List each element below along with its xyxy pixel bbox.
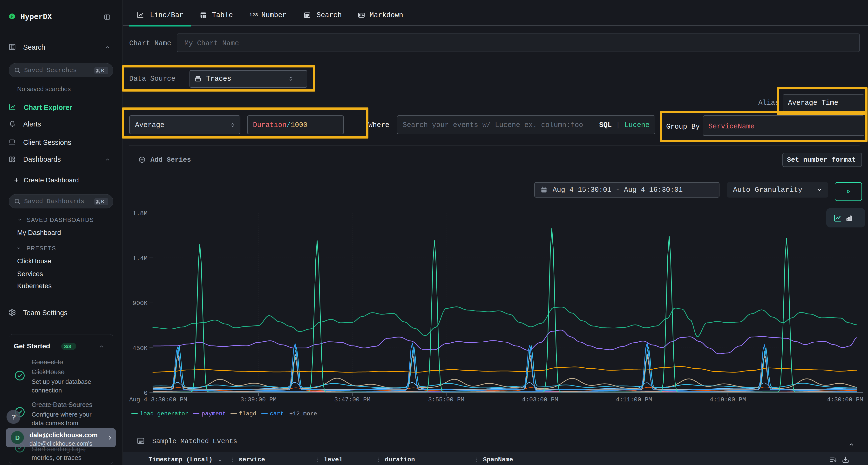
svg-text:4:03:00 PM: 4:03:00 PM xyxy=(522,396,558,403)
svg-text:4:30:00 PM: 4:30:00 PM xyxy=(827,396,863,403)
svg-text:1.8M: 1.8M xyxy=(133,210,148,217)
svg-text:3:39:00 PM: 3:39:00 PM xyxy=(240,396,277,403)
svg-text:450K: 450K xyxy=(133,345,148,352)
svg-text:900K: 900K xyxy=(133,300,148,307)
svg-text:Aug 4 3:30:00 PM: Aug 4 3:30:00 PM xyxy=(129,396,187,403)
svg-text:4:11:00 PM: 4:11:00 PM xyxy=(616,396,652,403)
svg-text:4:19:00 PM: 4:19:00 PM xyxy=(710,396,746,403)
svg-text:1.4M: 1.4M xyxy=(133,255,148,262)
svg-text:3:47:00 PM: 3:47:00 PM xyxy=(334,396,370,403)
svg-text:0: 0 xyxy=(144,390,148,397)
svg-text:3:55:00 PM: 3:55:00 PM xyxy=(428,396,464,403)
